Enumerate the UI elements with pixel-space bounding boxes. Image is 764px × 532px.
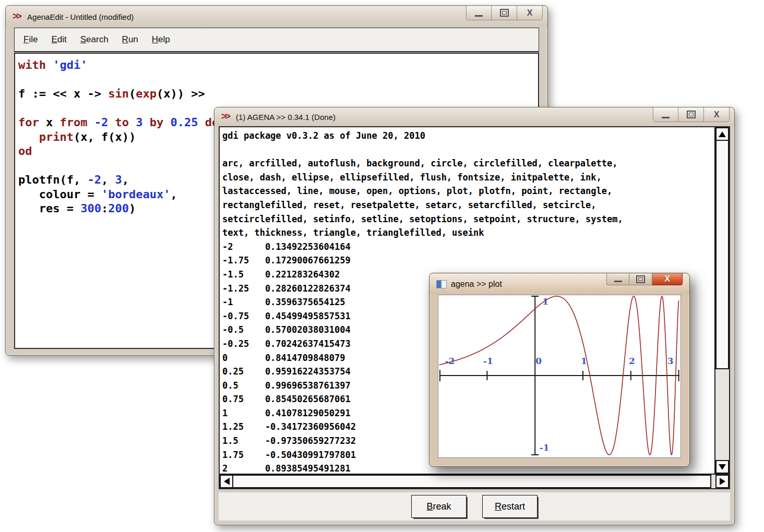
arrow-down-icon: [719, 464, 726, 470]
close-icon: X: [714, 111, 720, 119]
maximize-button[interactable]: [629, 273, 652, 285]
close-button[interactable]: X: [652, 273, 683, 285]
svg-text:-1: -1: [483, 356, 493, 366]
console-line: [222, 143, 712, 157]
minimize-button[interactable]: [606, 273, 629, 285]
maximize-icon: [687, 111, 696, 118]
menu-item-file[interactable]: File: [17, 32, 44, 47]
scroll-down-button[interactable]: [715, 460, 729, 474]
horizontal-scrollbar: [220, 474, 729, 488]
menu-item-edit[interactable]: Edit: [44, 32, 73, 47]
editor-title: AgenaEdit - Untitled (modified): [27, 13, 134, 21]
maximize-icon: [500, 9, 509, 17]
menu-bar: FileEditSearchRunHelp: [14, 28, 539, 52]
console-line: -1.75 0.17290067661259: [222, 253, 712, 268]
close-button[interactable]: X: [704, 107, 730, 122]
menu-item-search[interactable]: Search: [74, 32, 115, 47]
code-line: [18, 72, 535, 87]
minimize-button[interactable]: [653, 107, 678, 122]
plot-window: agena >> plot X -2-101231-1: [429, 273, 690, 467]
maximize-button[interactable]: [492, 6, 517, 20]
desktop: { "editor_window": { "icon": ">>", "titl…: [0, 0, 764, 532]
close-icon: X: [664, 275, 670, 283]
console-line: setcirclefilled, setinfo, setline, setop…: [222, 212, 712, 226]
minimize-icon: [475, 15, 483, 17]
minimize-icon: [614, 281, 622, 282]
scroll-up-button[interactable]: [715, 127, 729, 141]
plot-canvas: -2-101231-1: [438, 295, 681, 458]
console-line: -2 0.13492253604164: [222, 240, 712, 254]
editor-titlebar[interactable]: >> AgenaEdit - Untitled (modified) X: [6, 6, 547, 28]
arrow-right-icon: [720, 478, 725, 485]
agena-chevrons-icon: >>: [221, 111, 231, 122]
console-button-row: Break Restart: [219, 492, 730, 521]
console-line: rectanglefilled, reset, resetpalette, se…: [222, 198, 712, 212]
code-line: with 'gdi': [18, 58, 535, 72]
arrow-left-icon: [224, 478, 230, 485]
console-line: lastaccessed, line, mouse, open, options…: [222, 184, 712, 198]
plot-caption-buttons: X: [606, 273, 683, 285]
close-icon: X: [527, 9, 533, 17]
plot-title: agena >> plot: [451, 280, 502, 289]
vertical-scroll-thumb[interactable]: [715, 141, 729, 369]
plot-svg: -2-101231-1: [438, 295, 681, 457]
svg-text:3: 3: [667, 356, 674, 366]
svg-text:0: 0: [535, 356, 542, 366]
plot-window-icon: [436, 280, 447, 288]
minimize-icon: [662, 117, 670, 118]
close-button[interactable]: X: [517, 6, 543, 20]
plot-titlebar[interactable]: agena >> plot X: [429, 273, 689, 295]
vertical-scroll-track[interactable]: [715, 369, 729, 460]
minimize-button[interactable]: [466, 6, 492, 20]
vertical-scrollbar: [714, 127, 729, 474]
console-line: text, thickness, triangle, trianglefille…: [222, 226, 712, 240]
scroll-left-button[interactable]: [220, 475, 233, 488]
console-line: gdi package v0.3.2 as of June 20, 2010: [222, 129, 712, 143]
console-line: close, dash, ellipse, ellipsefilled, flu…: [222, 171, 712, 185]
menu-item-run[interactable]: Run: [115, 32, 145, 47]
console-title: (1) AGENA >> 0.34.1 (Done): [236, 113, 336, 122]
svg-text:1: 1: [542, 296, 548, 307]
svg-text:-1: -1: [540, 442, 550, 453]
console-titlebar[interactable]: >> (1) AGENA >> 0.34.1 (Done) X: [214, 107, 734, 126]
restart-button[interactable]: Restart: [482, 495, 538, 518]
agena-chevrons-icon: >>: [13, 11, 22, 22]
menu-item-help[interactable]: Help: [145, 32, 177, 47]
maximize-icon: [636, 275, 645, 283]
maximize-button[interactable]: [678, 107, 704, 122]
horizontal-scroll-thumb[interactable]: [233, 475, 711, 488]
scroll-right-button[interactable]: [715, 475, 729, 488]
arrow-up-icon: [719, 131, 726, 137]
console-line: arc, arcfilled, autoflush, background, c…: [222, 156, 712, 171]
code-line: f := << x -> sin(exp(x)) >>: [18, 87, 535, 101]
svg-text:2: 2: [629, 356, 635, 366]
console-caption-buttons: X: [653, 107, 730, 122]
break-button[interactable]: Break: [411, 495, 467, 518]
editor-caption-buttons: X: [466, 6, 543, 20]
